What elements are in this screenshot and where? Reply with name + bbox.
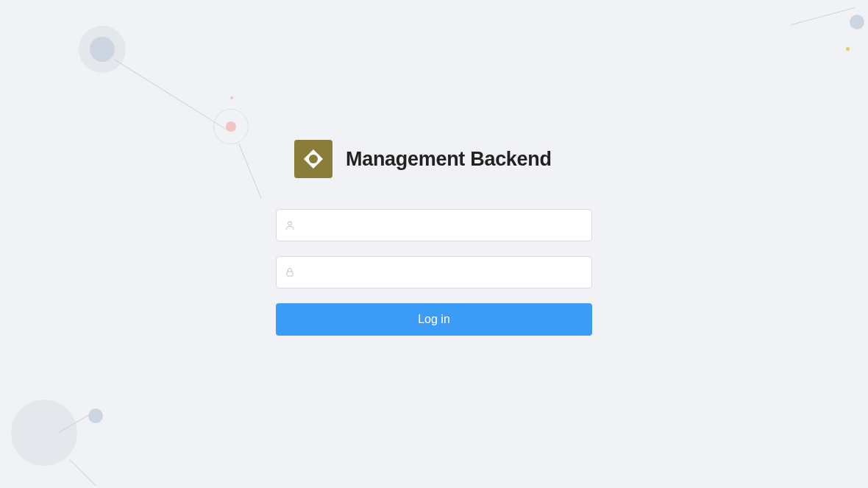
bg-decoration-circle bbox=[850, 15, 864, 29]
app-logo bbox=[294, 140, 332, 178]
bg-decoration-dot bbox=[846, 47, 850, 51]
login-form: Management Backend Log in bbox=[276, 140, 592, 336]
svg-point-0 bbox=[309, 155, 318, 163]
svg-rect-2 bbox=[287, 272, 293, 276]
svg-point-1 bbox=[288, 222, 292, 225]
bg-decoration-line bbox=[791, 7, 855, 25]
login-button[interactable]: Log in bbox=[276, 303, 592, 336]
bg-decoration-dot bbox=[230, 96, 233, 99]
bg-decoration-circle bbox=[88, 409, 103, 423]
lock-icon bbox=[285, 267, 295, 277]
logo-header: Management Backend bbox=[276, 140, 592, 178]
bg-decoration-circle bbox=[213, 109, 249, 144]
bg-decoration-dot-pink bbox=[226, 121, 236, 132]
bg-decoration-line bbox=[114, 59, 227, 130]
bg-decoration-circle bbox=[11, 400, 77, 466]
diamond-logo-icon bbox=[302, 147, 325, 171]
bg-decoration-circle bbox=[79, 26, 126, 73]
user-icon bbox=[285, 220, 295, 230]
bg-decoration-line bbox=[70, 459, 96, 486]
username-input[interactable] bbox=[276, 209, 592, 241]
password-input-wrapper bbox=[276, 256, 592, 289]
password-input[interactable] bbox=[276, 256, 592, 289]
bg-decoration-circle-inner bbox=[90, 37, 115, 62]
app-title: Management Backend bbox=[346, 148, 552, 171]
bg-decoration-line bbox=[239, 144, 262, 199]
username-input-wrapper bbox=[276, 209, 592, 241]
